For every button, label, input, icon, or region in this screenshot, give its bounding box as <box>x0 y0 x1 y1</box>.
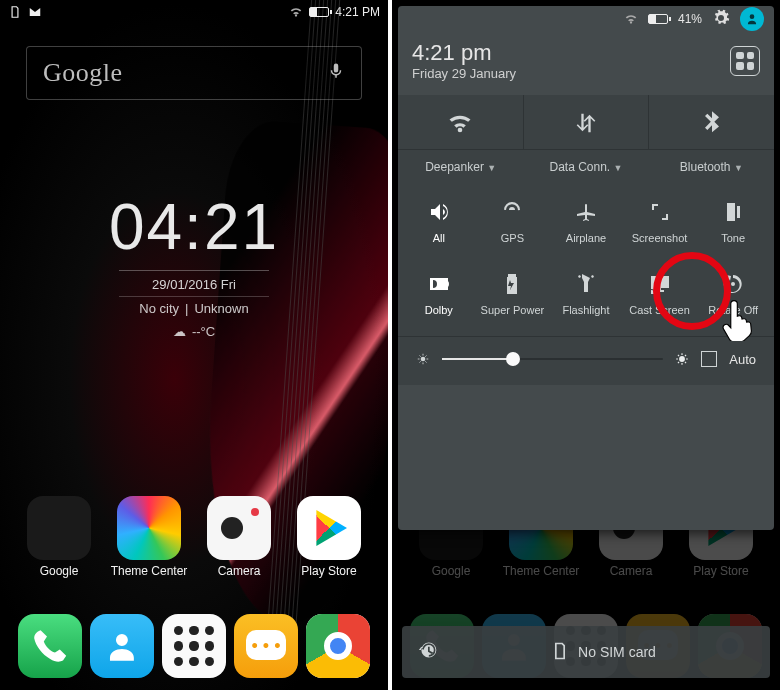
app-label: Play Store <box>301 564 356 578</box>
sim-icon <box>550 641 570 664</box>
qs-time: 4:21 pm <box>412 40 516 66</box>
play-store-icon <box>297 496 361 560</box>
tile-flashlight[interactable]: Flashlight <box>549 272 623 316</box>
clock-widget[interactable]: 04:21 29/01/2016 Fri No city | Unknown ☁… <box>0 190 388 339</box>
qs-tiles: All GPS Airplane Screenshot Tone Dolby S… <box>398 178 774 336</box>
tile-dolby[interactable]: Dolby <box>402 272 476 316</box>
app-drawer[interactable] <box>158 614 230 678</box>
tile-gps[interactable]: GPS <box>476 200 550 244</box>
auto-label: Auto <box>729 352 756 367</box>
data-picker[interactable]: Data Conn. ▼ <box>523 150 648 178</box>
app-label: Google <box>40 564 79 578</box>
history-icon <box>418 640 438 664</box>
app-messages[interactable] <box>230 614 302 678</box>
app-label: Camera <box>218 564 261 578</box>
auto-brightness-checkbox[interactable] <box>701 351 717 367</box>
clock-time: 04:21 <box>0 190 388 264</box>
settings-icon[interactable] <box>712 9 730 30</box>
app-google-folder[interactable]: Google <box>18 496 100 578</box>
google-logo: Google <box>43 58 123 88</box>
theme-center-icon <box>117 496 181 560</box>
brightness-low-icon <box>416 352 430 366</box>
brightness-slider[interactable] <box>442 358 663 360</box>
qs-header: 4:21 pm Friday 29 January <box>398 32 774 95</box>
wifi-toggle[interactable] <box>398 95 524 149</box>
clock-city: No city <box>139 301 179 316</box>
tile-airplane[interactable]: Airplane <box>549 200 623 244</box>
quick-settings-screen: Google Theme Center Camera Play Store 41… <box>392 0 780 690</box>
battery-percent: 41% <box>678 12 702 26</box>
mic-icon[interactable] <box>327 60 345 86</box>
data-toggle[interactable] <box>524 95 650 149</box>
camera-icon <box>207 496 271 560</box>
app-phone[interactable] <box>14 614 86 678</box>
app-play-store[interactable]: Play Store <box>288 496 370 578</box>
app-label: Theme Center <box>111 564 188 578</box>
app-drawer-icon <box>162 614 226 678</box>
wifi-icon <box>624 12 638 26</box>
clock-temp: --°C <box>192 324 215 339</box>
phone-icon <box>18 614 82 678</box>
messages-icon <box>234 614 298 678</box>
google-folder-icon <box>27 496 91 560</box>
brightness-high-icon <box>675 352 689 366</box>
wifi-network-picker[interactable]: Deepanker ▼ <box>398 150 523 178</box>
tile-tone[interactable]: Tone <box>696 200 770 244</box>
svg-point-2 <box>679 356 685 362</box>
svg-point-0 <box>731 282 735 286</box>
tile-super-power[interactable]: Super Power <box>476 272 550 316</box>
qs-grid-toggle[interactable] <box>730 46 760 76</box>
bluetooth-picker[interactable]: Bluetooth ▼ <box>649 150 774 178</box>
dock <box>0 614 388 678</box>
clock-date: 29/01/2016 Fri <box>0 277 388 292</box>
contacts-icon <box>90 614 154 678</box>
app-row: Google Theme Center Camera Play Store <box>0 496 388 578</box>
qs-date: Friday 29 January <box>412 66 516 81</box>
profile-avatar[interactable] <box>740 7 764 31</box>
bluetooth-toggle[interactable] <box>649 95 774 149</box>
no-sim-text: No SIM card <box>578 644 656 660</box>
app-camera[interactable]: Camera <box>198 496 280 578</box>
app-contacts[interactable] <box>86 614 158 678</box>
chrome-icon <box>306 614 370 678</box>
mail-icon <box>28 5 42 19</box>
brightness-row: Auto <box>398 336 774 385</box>
battery-icon <box>309 7 329 17</box>
no-sim-notification[interactable]: No SIM card <box>402 626 770 678</box>
home-screen: 4:21 PM Google 04:21 29/01/2016 Fri No c… <box>0 0 388 690</box>
clock-loc: Unknown <box>194 301 248 316</box>
google-search-bar[interactable]: Google <box>26 46 362 100</box>
wifi-icon <box>289 5 303 19</box>
battery-icon <box>648 14 668 24</box>
sim-icon <box>8 5 22 19</box>
svg-point-1 <box>421 357 426 362</box>
app-theme-center[interactable]: Theme Center <box>108 496 190 578</box>
tile-cast-screen[interactable]: Cast Screen <box>623 272 697 316</box>
tile-rotate-off[interactable]: Rotate Off <box>696 272 770 316</box>
quick-settings-panel: 41% 4:21 pm Friday 29 January Deepanker … <box>398 6 774 530</box>
qs-status-bar: 41% <box>398 6 774 32</box>
tile-screenshot[interactable]: Screenshot <box>623 200 697 244</box>
tile-sound-all[interactable]: All <box>402 200 476 244</box>
cloud-icon: ☁ <box>173 324 186 339</box>
app-chrome[interactable] <box>302 614 374 678</box>
qs-connectivity-row <box>398 95 774 150</box>
